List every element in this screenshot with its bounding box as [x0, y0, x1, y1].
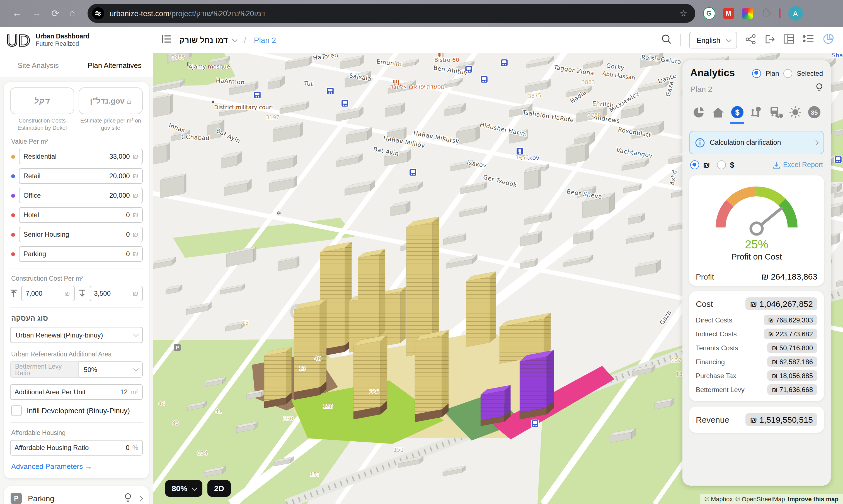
- chevron-right-icon: [137, 496, 143, 501]
- extensions-puzzle-icon[interactable]: [761, 7, 771, 19]
- row-value: 0: [126, 250, 130, 258]
- advanced-parameters-link[interactable]: Advanced Parameters →: [11, 462, 92, 471]
- breadcrumb-plan-link[interactable]: Plan 2: [254, 36, 276, 44]
- panel-toggle-icon[interactable]: [162, 35, 172, 46]
- map-label: 3955: [172, 54, 185, 60]
- list-icon[interactable]: [803, 35, 814, 46]
- bus-icon: [327, 87, 334, 95]
- deal-type-select[interactable]: Urban Renewal (Pinuy-binuy): [10, 327, 143, 343]
- row-label: Direct Costs: [696, 316, 732, 324]
- infill-development-checkbox[interactable]: [11, 406, 22, 416]
- tab-plan-alternatives[interactable]: Plan Alternatives: [76, 61, 153, 69]
- url-bar[interactable]: urbanize-test.com/project/דמו%20נחל%20שו…: [87, 4, 695, 23]
- map-label: Ajamy mosque: [188, 63, 230, 70]
- map-label: 3956: [515, 154, 529, 160]
- map-2d-toggle-button[interactable]: 2D: [207, 480, 231, 497]
- row-label: Hotel: [23, 211, 39, 219]
- dekel-estimation-button[interactable]: דקל Construction Costs Estimation by Dek…: [10, 87, 74, 131]
- app-logo[interactable]: UD Urban Dashboard Future Realized: [5, 31, 89, 50]
- profit-row: Profit ₪ 264,183,863: [696, 272, 818, 281]
- language-select[interactable]: English: [689, 32, 737, 49]
- value-per-m2-label: Value Per m²: [11, 138, 143, 145]
- building-3d: [153, 96, 170, 117]
- grammarly-extension-icon[interactable]: G: [703, 7, 715, 19]
- map-label: 137: [671, 357, 681, 363]
- export-icon[interactable]: [764, 34, 775, 47]
- search-icon[interactable]: [661, 34, 672, 47]
- office-value-input[interactable]: Office20,000₪: [19, 188, 143, 203]
- bookmark-star-icon[interactable]: ☆: [679, 8, 687, 18]
- value-row-senior-housing: Senior Housing0₪: [10, 227, 143, 242]
- min-construction-cost-input[interactable]: 3,500₪: [89, 286, 143, 301]
- table-layout-icon[interactable]: [783, 34, 794, 46]
- hotel-value-input[interactable]: Hotel0₪: [19, 207, 143, 223]
- value-row-parking: Parking0₪: [10, 246, 143, 262]
- mapbox-attribution-link[interactable]: © Mapbox: [705, 496, 733, 502]
- map-label: 41: [215, 408, 222, 414]
- gov-caption: Estimate price per m² on gov site: [79, 117, 143, 131]
- tab-site-analysis[interactable]: Site Analysis: [0, 61, 76, 69]
- gov-estimation-button[interactable]: נדל"ן.gov ⌂ Estimate price per m² on gov…: [79, 87, 143, 131]
- divider: [779, 8, 780, 18]
- senior-housing-value-input[interactable]: Senior Housing0₪: [19, 227, 143, 242]
- lightbulb-icon[interactable]: [124, 492, 132, 504]
- parking-section-card[interactable]: P Parking: [4, 486, 149, 504]
- affordable-housing-ratio-input[interactable]: Affordable Housing Ratio0%: [10, 440, 143, 455]
- tab-housing[interactable]: [710, 106, 725, 123]
- mendeley-extension-icon[interactable]: M: [723, 8, 734, 19]
- tab-financial[interactable]: $: [730, 106, 745, 124]
- project-selector[interactable]: דמו נחל שורק: [179, 36, 236, 44]
- map-zoom-button[interactable]: 80%: [165, 480, 202, 497]
- parking-icon: P: [11, 493, 22, 504]
- row-value: 20,000: [109, 192, 130, 199]
- scope-selected-radio[interactable]: [784, 69, 793, 78]
- shekel-option-label[interactable]: ₪: [703, 160, 710, 169]
- tab-overview-pie[interactable]: [691, 106, 706, 123]
- calculation-clarification-banner[interactable]: Calculation clarification: [689, 131, 824, 154]
- parking-value-input[interactable]: Parking0₪: [19, 246, 143, 262]
- retail-value-input[interactable]: Retail20,000₪: [19, 168, 143, 184]
- analytics-pie-icon[interactable]: [822, 33, 834, 47]
- map-label: Shalma: [832, 53, 843, 59]
- additional-area-input[interactable]: Additional Area Per Unit12m²: [10, 384, 143, 400]
- affordable-ratio-value: 0: [126, 444, 130, 452]
- max-construction-cost-input[interactable]: 7,000₪: [21, 286, 74, 301]
- currency-dollar-radio[interactable]: [717, 160, 726, 169]
- max-cost-icon: [10, 290, 17, 298]
- profit-gauge: [709, 181, 804, 237]
- row-label: Senior Housing: [23, 231, 69, 238]
- scope-plan-radio[interactable]: [752, 69, 761, 78]
- sidebar-tabs: Site Analysis Plan Alternatives: [0, 53, 153, 77]
- tab-public-areas[interactable]: [749, 106, 764, 123]
- tab-transportation[interactable]: [769, 106, 783, 123]
- language-value: English: [696, 36, 720, 44]
- excel-report-link[interactable]: Excel Report: [773, 161, 823, 169]
- tab-sun-shadow[interactable]: [788, 106, 803, 124]
- chevron-down-icon: [133, 366, 139, 372]
- construction-cost-label: Construction Cost Per m²: [11, 275, 143, 282]
- site-settings-icon[interactable]: [92, 7, 104, 19]
- forward-icon[interactable]: →: [32, 7, 41, 19]
- tab-plan-35[interactable]: 35: [807, 106, 822, 124]
- browser-profile-avatar[interactable]: A: [788, 6, 803, 21]
- residential-value-input[interactable]: Residential33,000₪: [19, 149, 143, 164]
- osm-attribution-link[interactable]: © OpenStreetMap: [735, 496, 785, 502]
- betterment-levy-ratio-select[interactable]: 50%: [79, 361, 143, 378]
- scope-plan-label[interactable]: Plan: [766, 69, 779, 77]
- row-label: Tenants Costs: [696, 344, 738, 352]
- dollar-option-label[interactable]: $: [730, 160, 735, 169]
- share-icon[interactable]: [745, 34, 756, 47]
- shekel-icon: ₪: [133, 231, 138, 238]
- reload-icon[interactable]: ⟳: [51, 7, 59, 19]
- cost-row-purchase-tax: Purchase Tax₪ 18,056,885: [696, 370, 818, 381]
- scope-selected-label[interactable]: Selected: [797, 69, 823, 77]
- lightbulb-icon[interactable]: [816, 83, 823, 95]
- currency-shekel-radio[interactable]: [690, 160, 699, 169]
- betterment-value: 50%: [84, 366, 97, 373]
- profit-gauge-card: 25% Profit on Cost Profit ₪ 264,183,863: [689, 176, 824, 286]
- back-icon[interactable]: ←: [12, 7, 22, 19]
- improve-map-link[interactable]: Improve this map: [788, 496, 839, 502]
- home-icon[interactable]: ⌂: [69, 7, 75, 19]
- colorzilla-extension-icon[interactable]: [742, 8, 753, 19]
- info-icon: [695, 138, 705, 147]
